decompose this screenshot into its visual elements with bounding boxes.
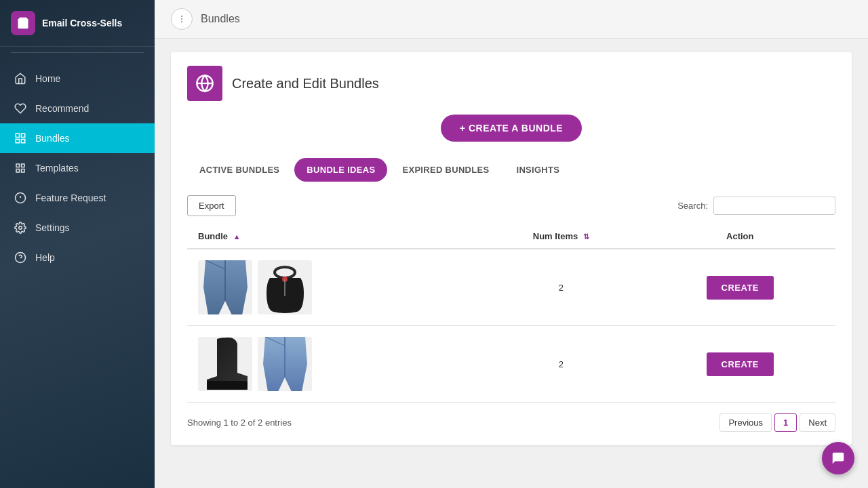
product-image-jeans <box>198 260 252 314</box>
table-row: 2 CREATE <box>187 249 835 326</box>
product-image-boot <box>198 337 252 391</box>
sidebar-divider <box>11 52 144 53</box>
create-bundle-label: + CREATE A BUNDLE <box>460 123 563 134</box>
bundles-icon <box>14 131 27 145</box>
action-cell-2: CREATE <box>645 326 835 403</box>
column-action: Action <box>645 224 835 249</box>
svg-point-19 <box>275 267 295 278</box>
sidebar-item-settings-label: Settings <box>35 222 70 233</box>
help-icon <box>14 251 27 264</box>
action-cell-1: CREATE <box>645 249 835 326</box>
tab-bundle-ideas[interactable]: BUNDLE IDEAS <box>294 158 387 182</box>
product-images-1 <box>198 255 467 320</box>
tab-insights[interactable]: INSIGHTS <box>504 158 572 182</box>
page-icon <box>187 66 222 101</box>
sidebar-item-feature-request-label: Feature Request <box>35 192 106 203</box>
svg-rect-22 <box>207 381 248 390</box>
create-bundle-button[interactable]: + CREATE A BUNDLE <box>441 115 582 142</box>
sort-icon-num: ⇅ <box>583 232 589 241</box>
sidebar-nav: Home Recommend Bundles Templates <box>0 58 155 488</box>
sidebar-item-home[interactable]: Home <box>0 64 155 94</box>
svg-point-8 <box>19 226 22 230</box>
column-num-items[interactable]: Num Items ⇅ <box>477 224 644 249</box>
recommend-icon <box>14 102 27 115</box>
topbar-title: Bundles <box>201 13 240 25</box>
svg-rect-4 <box>16 140 19 143</box>
column-bundle[interactable]: Bundle ▲ <box>187 224 477 249</box>
svg-rect-2 <box>22 134 25 137</box>
num-items-cell-2: 2 <box>477 326 644 403</box>
templates-icon <box>14 161 27 175</box>
page-header-title: Create and Edit Bundles <box>232 76 379 92</box>
main-content: Bundles Create and Edit Bundles + CREATE… <box>155 0 868 488</box>
export-button[interactable]: Export <box>187 195 236 216</box>
page-header: Create and Edit Bundles <box>187 66 835 101</box>
feature-request-icon <box>14 191 27 205</box>
app-name: Email Cross-Sells <box>42 18 122 28</box>
previous-button[interactable]: Previous <box>719 413 772 432</box>
sidebar-header: Email Cross-Sells <box>0 0 155 47</box>
svg-point-11 <box>181 16 182 17</box>
create-button-1[interactable]: CREATE <box>707 276 774 300</box>
sidebar-item-recommend[interactable]: Recommend <box>0 94 155 123</box>
next-button[interactable]: Next <box>800 413 835 432</box>
svg-rect-1 <box>16 134 19 137</box>
sidebar-item-help-label: Help <box>35 252 55 263</box>
page-card: Create and Edit Bundles + CREATE A BUNDL… <box>171 52 852 445</box>
content-area: Create and Edit Bundles + CREATE A BUNDL… <box>155 39 868 488</box>
svg-point-12 <box>181 18 182 20</box>
sidebar-item-bundles[interactable]: Bundles <box>0 123 155 153</box>
topbar: Bundles <box>155 0 868 39</box>
sidebar-item-templates[interactable]: Templates <box>0 153 155 183</box>
product-images-2 <box>198 331 467 396</box>
sidebar-item-settings[interactable]: Settings <box>0 213 155 243</box>
table-row: 2 CREATE <box>187 326 835 403</box>
svg-rect-3 <box>22 140 25 143</box>
tab-active-bundles[interactable]: ACTIVE BUNDLES <box>187 158 292 182</box>
sidebar-item-templates-label: Templates <box>35 163 79 174</box>
search-input[interactable] <box>713 197 835 215</box>
search-label: Search: <box>677 201 708 211</box>
settings-icon <box>14 221 27 235</box>
sort-icon: ▲ <box>233 232 241 241</box>
create-button-2[interactable]: CREATE <box>707 352 774 376</box>
tab-expired-bundles[interactable]: EXPIRED BUNDLES <box>390 158 501 182</box>
pagination-controls: Previous 1 Next <box>719 413 835 432</box>
search-area: Search: <box>677 197 835 215</box>
num-items-cell-1: 2 <box>477 249 644 326</box>
sidebar-item-home-label: Home <box>35 73 60 84</box>
svg-point-13 <box>181 21 182 22</box>
page-1-button[interactable]: 1 <box>774 413 797 432</box>
product-image-bag <box>258 260 312 314</box>
tabs: ACTIVE BUNDLES BUNDLE IDEAS EXPIRED BUND… <box>187 158 835 182</box>
product-image-lightjeans <box>258 337 312 391</box>
sidebar: Email Cross-Sells Home Recommend Bund <box>0 0 155 488</box>
sidebar-item-bundles-label: Bundles <box>35 133 70 144</box>
bundle-cell-1 <box>187 249 477 326</box>
table-toolbar: Export Search: <box>187 195 835 216</box>
menu-button[interactable] <box>171 8 193 30</box>
app-logo <box>11 11 35 35</box>
home-icon <box>14 72 27 85</box>
sidebar-item-feature-request[interactable]: Feature Request <box>0 183 155 213</box>
sidebar-item-recommend-label: Recommend <box>35 103 89 114</box>
chat-button[interactable] <box>822 442 854 474</box>
bundle-cell-2 <box>187 326 477 403</box>
pagination: Showing 1 to 2 of 2 entries Previous 1 N… <box>187 413 835 432</box>
bundle-table: Bundle ▲ Num Items ⇅ Action <box>187 224 835 403</box>
sidebar-item-help[interactable]: Help <box>0 243 155 272</box>
showing-text: Showing 1 to 2 of 2 entries <box>187 418 292 428</box>
